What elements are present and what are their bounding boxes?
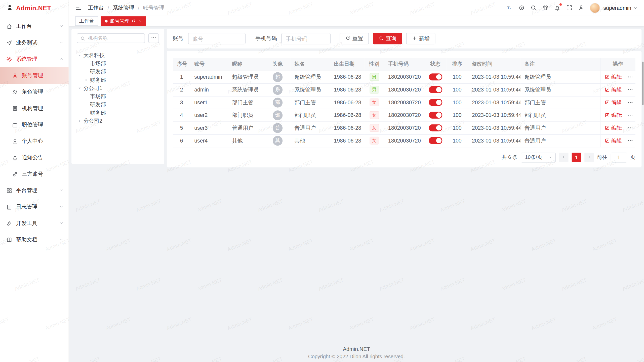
add-button[interactable]: 新增 [406,33,435,44]
status-toggle[interactable] [429,86,442,93]
table-row: 6user4其他其其他1986-06-28女180200307201002023… [173,134,635,147]
tab-1[interactable]: 账号管理 [101,16,146,26]
edit-button[interactable]: 编辑 [604,86,622,93]
column-header[interactable]: 头像 [265,58,290,71]
row-more-button[interactable] [627,125,633,131]
phone-input[interactable] [281,33,331,44]
account-input[interactable] [188,33,246,44]
search-icon [530,5,537,11]
chevron-down-icon[interactable] [633,6,638,10]
row-more-button[interactable] [627,99,633,105]
brand-logo[interactable]: Admin.NET [0,0,69,16]
notification-bell-icon[interactable] [554,5,561,11]
row-more-button[interactable] [627,86,633,93]
scrollbar-thumb[interactable] [642,62,644,105]
tree-node[interactable]: 大名科技 [77,51,159,60]
page-size-select[interactable]: 10条/页 [521,153,555,162]
goto-label: 前往 [597,154,607,161]
status-toggle[interactable] [429,137,442,144]
goto-page-input[interactable] [611,153,627,162]
avatar: 其 [273,136,283,146]
globe-icon[interactable] [518,5,525,11]
tree-node[interactable]: 财务部 [77,76,159,84]
prev-page-button[interactable] [559,153,568,162]
tree-node[interactable]: 市场部 [77,60,159,68]
user-avatar[interactable] [590,3,600,13]
search-icon[interactable] [530,5,537,11]
gender-tag: 男 [370,73,379,81]
tree-node-label: 财务部 [90,76,106,84]
column-header[interactable]: 操作 [600,58,635,71]
more-icon [627,138,633,144]
sidebar-item-log-management[interactable]: 日志管理 [0,199,69,215]
search-button[interactable]: 查询 [373,33,402,44]
avatar: 部 [273,98,283,107]
row-more-button[interactable] [627,74,633,80]
breadcrumb-system-management[interactable]: 系统管理 [113,4,134,11]
status-toggle[interactable] [429,73,442,80]
column-header[interactable]: 账号 [190,58,228,71]
edit-button[interactable]: 编辑 [604,137,622,144]
sidebar-item-notice[interactable]: 通知公告 [0,149,69,166]
theme-icon[interactable] [542,5,549,11]
tree-node[interactable]: 研发部 [77,101,159,109]
reset-button[interactable]: 重置 [340,33,369,44]
sidebar-item-account-management[interactable]: 账号管理 [0,67,69,84]
tree-node[interactable]: 分公司1 [77,84,159,93]
menu-fold-icon[interactable] [75,5,82,11]
sidebar-item-business-test[interactable]: 业务测试 [0,34,69,51]
active-tab-dot [105,20,107,22]
column-header[interactable]: 出生日期 [330,58,364,71]
sidebar-item-workbench[interactable]: 工作台 [0,18,69,34]
tree-node[interactable]: 市场部 [77,92,159,101]
sidebar-item-post-management[interactable]: 职位管理 [0,117,69,133]
sidebar-item-org-management[interactable]: 机构管理 [0,100,69,116]
cell-sort: 100 [447,83,468,96]
cell-index: 2 [173,83,190,96]
edit-button[interactable]: 编辑 [604,124,622,131]
tree-more-button[interactable] [148,33,159,43]
cell-time: 2023-01-03 10:59:44 [468,96,520,109]
font-size-icon[interactable]: Tt [506,5,513,11]
sidebar-item-help-docs[interactable]: 帮助文档 [0,232,69,248]
fullscreen-icon[interactable] [566,5,573,11]
edit-button[interactable]: 编辑 [604,99,622,106]
column-header[interactable]: 昵称 [228,58,265,71]
edit-button[interactable]: 编辑 [604,73,622,80]
sidebar-item-system-management[interactable]: 系统管理 [0,51,69,67]
sidebar: Admin.NET 工作台业务测试系统管理账号管理角色管理机构管理职位管理个人中… [0,0,69,362]
avatar: 超 [273,72,283,82]
column-header[interactable]: 性别 [364,58,384,71]
cell-time: 2023-01-03 10:59:44 [468,83,520,96]
sidebar-item-platform-management[interactable]: 平台管理 [0,182,69,199]
sidebar-item-dev-tools[interactable]: 开发工具 [0,215,69,232]
page-1-button[interactable]: 1 [572,153,581,162]
column-header[interactable]: 序号 [173,58,190,71]
username[interactable]: superadmin [603,5,631,11]
row-more-button[interactable] [627,138,633,144]
org-search-input[interactable] [77,33,145,43]
edit-button-label: 编辑 [611,86,622,93]
sidebar-item-personal-center[interactable]: 个人中心 [0,133,69,149]
status-toggle[interactable] [429,99,442,106]
column-header[interactable]: 修改时间 [468,58,520,71]
column-header[interactable]: 姓名 [290,58,330,71]
edit-button[interactable]: 编辑 [604,111,622,119]
column-header[interactable]: 备注 [520,58,600,71]
column-header[interactable]: 排序 [447,58,468,71]
next-page-button[interactable] [584,153,594,162]
status-toggle[interactable] [429,124,442,131]
sidebar-item-role-management[interactable]: 角色管理 [0,84,69,100]
tree-node[interactable]: 分公司2 [77,117,159,125]
tab-0[interactable]: 工作台 [75,16,98,26]
user-icon[interactable] [578,5,584,11]
sidebar-item-third-party-account[interactable]: 三方账号 [0,166,69,182]
status-toggle[interactable] [429,112,442,119]
column-header[interactable]: 手机号码 [384,58,424,71]
breadcrumb-workbench[interactable]: 工作台 [88,4,104,11]
column-header[interactable]: 状态 [424,58,447,71]
tree-node[interactable]: 财务部 [77,109,159,117]
tree-node[interactable]: 研发部 [77,68,159,76]
sidebar-item-label: 系统管理 [16,55,59,63]
row-more-button[interactable] [627,112,633,118]
